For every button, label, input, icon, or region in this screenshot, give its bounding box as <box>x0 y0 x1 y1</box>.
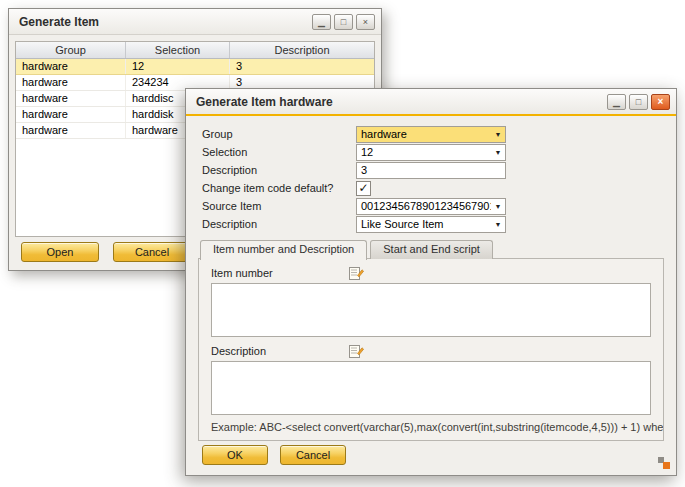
edit-note-icon[interactable] <box>349 344 364 358</box>
cell-group: hardware <box>16 107 126 122</box>
description2-combo[interactable]: Like Source Item ▼ <box>356 216 506 233</box>
tab-item-number-and-description[interactable]: Item number and Description <box>200 240 367 260</box>
description-label-row: Description <box>199 337 663 361</box>
selection-value: 12 <box>357 146 491 158</box>
description-field-row: Description <box>202 161 660 179</box>
tab-panel: Item number Description <box>198 258 664 441</box>
column-header-selection[interactable]: Selection <box>126 42 230 58</box>
selection-field-row: Selection 12 ▼ <box>202 143 660 161</box>
desktop: Generate Item ▁ □ × Group Selection Desc… <box>0 0 685 487</box>
cell-selection: 12 <box>126 59 230 74</box>
source-item-combo[interactable]: 0012345678901234567901234 ▼ <box>356 198 506 215</box>
cancel-button[interactable]: Cancel <box>113 242 191 262</box>
column-header-description[interactable]: Description <box>230 42 374 58</box>
group-label: Group <box>202 128 356 140</box>
source-item-value: 0012345678901234567901234 <box>357 200 491 212</box>
panel-description-label: Description <box>211 345 349 357</box>
cell-group: hardware <box>16 59 126 74</box>
table-row[interactable]: hardware 12 3 <box>16 59 374 75</box>
item-number-textarea[interactable] <box>211 283 651 337</box>
close-button[interactable]: × <box>356 14 375 30</box>
item-number-label: Item number <box>211 267 349 279</box>
back-titlebar[interactable]: Generate Item ▁ □ × <box>9 9 381 35</box>
example-text: Example: ABC-<select convert(varchar(5),… <box>199 415 663 433</box>
selection-combo[interactable]: 12 ▼ <box>356 144 506 161</box>
edit-note-icon[interactable] <box>349 266 364 280</box>
resize-grip-icon[interactable] <box>657 456 671 470</box>
dropdown-arrow-icon[interactable]: ▼ <box>491 199 505 214</box>
back-window-controls: ▁ □ × <box>312 14 375 30</box>
description2-value: Like Source Item <box>357 218 491 230</box>
close-button[interactable]: × <box>651 94 670 110</box>
cell-group: hardware <box>16 91 126 106</box>
source-item-field-row: Source Item 0012345678901234567901234 ▼ <box>202 197 660 215</box>
dropdown-arrow-icon[interactable]: ▼ <box>491 217 505 232</box>
description-label: Description <box>202 164 356 176</box>
change-code-field-row: Change item code default? ✓ <box>202 179 660 197</box>
table-header: Group Selection Description <box>16 42 374 59</box>
description2-label: Description <box>202 218 356 230</box>
column-header-group[interactable]: Group <box>16 42 126 58</box>
cell-group: hardware <box>16 123 126 138</box>
tab-start-and-end-script[interactable]: Start and End script <box>370 240 493 259</box>
maximize-button[interactable]: □ <box>629 94 648 110</box>
maximize-button[interactable]: □ <box>334 14 353 30</box>
generate-item-hardware-window: Generate Item hardware ▁ □ × Group hardw… <box>185 88 677 476</box>
group-value: hardware <box>357 128 491 140</box>
front-window-title: Generate Item hardware <box>196 95 607 109</box>
open-button[interactable]: Open <box>21 242 99 262</box>
ok-button[interactable]: OK <box>202 445 268 465</box>
description-textarea[interactable] <box>211 361 651 415</box>
group-combo[interactable]: hardware ▼ <box>356 126 506 143</box>
back-button-row: Open Cancel <box>21 242 191 262</box>
form-fields: Group hardware ▼ Selection 12 ▼ Descript… <box>202 125 660 233</box>
front-cancel-button[interactable]: Cancel <box>280 445 346 465</box>
selection-label: Selection <box>202 146 356 158</box>
dropdown-arrow-icon[interactable]: ▼ <box>491 127 505 142</box>
change-item-code-label: Change item code default? <box>202 182 356 194</box>
item-number-label-row: Item number <box>199 259 663 283</box>
minimize-button[interactable]: ▁ <box>607 94 626 110</box>
description2-field-row: Description Like Source Item ▼ <box>202 215 660 233</box>
group-field-row: Group hardware ▼ <box>202 125 660 143</box>
back-window-title: Generate Item <box>19 15 312 29</box>
front-button-row: OK Cancel <box>202 445 346 465</box>
cell-description: 3 <box>230 59 374 74</box>
description-input[interactable] <box>356 162 506 179</box>
front-titlebar[interactable]: Generate Item hardware ▁ □ × <box>186 89 676 116</box>
change-item-code-checkbox[interactable]: ✓ <box>356 181 371 196</box>
minimize-button[interactable]: ▁ <box>312 14 331 30</box>
tab-strip: Item number and Description Start and En… <box>200 240 493 260</box>
front-window-controls: ▁ □ × <box>607 94 670 110</box>
dropdown-arrow-icon[interactable]: ▼ <box>491 145 505 160</box>
cell-group: hardware <box>16 75 126 90</box>
source-item-label: Source Item <box>202 200 356 212</box>
